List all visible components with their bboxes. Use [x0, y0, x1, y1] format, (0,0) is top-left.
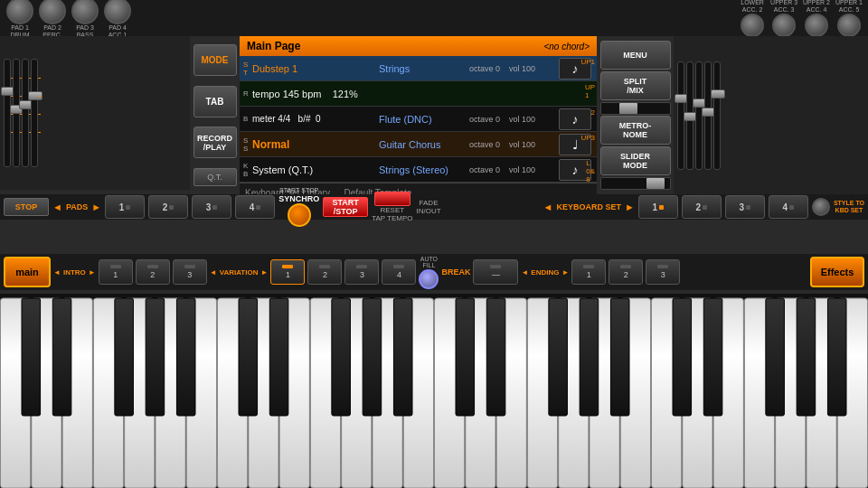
stop-button[interactable]: STOP	[4, 198, 49, 216]
tab-button[interactable]: TAB	[193, 86, 237, 117]
split-mix-thumb[interactable]	[619, 103, 637, 114]
black-key-2-1[interactable]	[486, 298, 505, 416]
black-key-1-4[interactable]	[363, 298, 382, 416]
split-mix-slider[interactable]	[600, 102, 671, 115]
upper1-acc5: UPPER 1ACC. 5	[835, 0, 863, 37]
pad-btn-2[interactable]: 2	[148, 195, 188, 219]
fader-3[interactable]	[22, 59, 29, 167]
lower-acc2-knob[interactable]	[741, 14, 764, 37]
pad2-item: PAD 2PERC.	[38, 0, 67, 39]
kbd-knob[interactable]	[812, 198, 830, 216]
display-header: Main Page <no chord>	[240, 36, 597, 56]
rfader-4[interactable]	[704, 61, 712, 170]
slider-mode-thumb[interactable]	[646, 178, 665, 189]
kbd-btn-4[interactable]: 4	[769, 195, 808, 219]
black-key-0-4[interactable]	[146, 298, 165, 416]
black-key-3-5[interactable]	[827, 298, 846, 416]
black-key-2-3[interactable]	[549, 298, 568, 416]
pad3-knob[interactable]	[71, 0, 99, 24]
auto-fill-label: AUTOFILL	[420, 256, 438, 268]
pad4-knob[interactable]	[104, 0, 131, 24]
pad-btn-3[interactable]: 3	[192, 195, 231, 219]
black-key-3-4[interactable]	[797, 298, 816, 416]
slider-mode-button[interactable]: SLIDERMODE	[600, 146, 671, 175]
intro-label: INTRO	[63, 268, 86, 277]
lower-acc2: LOWERACC. 2	[740, 0, 765, 37]
style-to-kbs-label: STYLE TOKBD SET	[834, 200, 864, 215]
display-row-system[interactable]: KB System (Q.T.) Strings (Stereo) octave…	[240, 157, 597, 183]
black-key-1-3[interactable]	[332, 298, 351, 416]
display-row-normal[interactable]: SS Normal Guitar Chorus octave 0 vol 100…	[240, 132, 597, 157]
pad-btn-1[interactable]: 1	[105, 195, 145, 219]
kbd-btn-2[interactable]: 2	[682, 195, 722, 219]
black-key-3-1[interactable]	[703, 298, 722, 416]
slider-mode-slider[interactable]	[600, 177, 671, 190]
pad1-knob[interactable]	[6, 0, 33, 24]
variation-btn-1[interactable]: 1	[270, 259, 305, 285]
kbd-led-4	[789, 205, 794, 210]
auto-fill-button[interactable]	[419, 269, 439, 289]
upper2-acc4-knob[interactable]	[805, 14, 828, 37]
ivbe-row: main ◄ INTRO ► 1 2 3 ◄ VARIATION ► 1 2 3…	[0, 254, 868, 290]
break-label: BREAK	[441, 267, 470, 277]
fader-4[interactable]	[31, 59, 38, 167]
variation-btn-4[interactable]: 4	[382, 259, 416, 285]
rfader-2[interactable]	[686, 61, 693, 170]
black-key-0-5[interactable]	[176, 298, 195, 416]
qt-button[interactable]: Q.T.	[193, 168, 237, 186]
black-key-2-0[interactable]	[456, 298, 475, 416]
ending-btn-2[interactable]: 2	[609, 259, 643, 285]
ending-label: ENDING	[531, 268, 559, 277]
kbd-led-3	[746, 205, 750, 210]
display-chord: <no chord>	[543, 42, 590, 52]
main-display: Main Page <no chord> ST Dubstep 1 String…	[240, 36, 597, 194]
upper3-acc3-knob[interactable]	[772, 14, 796, 37]
split-mix-button[interactable]: SPLIT/MIX	[600, 71, 671, 100]
variation-btn-3[interactable]: 3	[344, 259, 379, 285]
upper1-acc5-knob[interactable]	[837, 14, 861, 37]
synchro-label: SYNCHRO	[278, 194, 319, 203]
ending-btn-3[interactable]: 3	[646, 259, 680, 285]
black-key-0-1[interactable]	[52, 298, 71, 416]
metronome-button[interactable]: METRO-NOME	[600, 116, 671, 145]
kbd-btn-3[interactable]: 3	[725, 195, 765, 219]
mode-button[interactable]: MODE	[193, 44, 237, 76]
pad-led-4	[256, 205, 260, 210]
main-button[interactable]: main	[4, 257, 51, 287]
variation-btn-2[interactable]: 2	[307, 259, 342, 285]
intro-btn-3[interactable]: 3	[173, 259, 207, 285]
rfader-5-thumb[interactable]	[711, 89, 725, 99]
kbd-btn-1[interactable]: 1	[638, 195, 678, 219]
start-stop-button[interactable]: START/STOP	[323, 197, 368, 217]
display-row-1[interactable]: ST Dubstep 1 Strings octave 0 vol 100 ♪ …	[240, 56, 597, 81]
rfader-col-4	[704, 61, 712, 170]
break-button[interactable]: —	[473, 259, 518, 285]
black-key-0-0[interactable]	[22, 298, 41, 416]
pad-btn-4[interactable]: 4	[235, 195, 275, 219]
black-key-1-1[interactable]	[269, 298, 288, 416]
kbd-led-1	[659, 205, 664, 210]
black-key-2-4[interactable]	[580, 298, 599, 416]
black-key-1-5[interactable]	[393, 298, 412, 416]
pads-label: PADS	[66, 202, 88, 211]
synchro-circle[interactable]	[288, 203, 311, 227]
rfader-5[interactable]	[713, 61, 721, 170]
display-row-tempo[interactable]: R tempo 145 bpm 121% UP1	[240, 81, 597, 107]
black-key-2-5[interactable]	[610, 298, 629, 416]
variation-label: VARIATION	[220, 268, 259, 277]
fader-2[interactable]	[13, 59, 20, 167]
display-row-meter[interactable]: B meter 4/4 b/# 0 Flute (DNC) octave 0 v…	[240, 107, 597, 132]
mode-column: MODE TAB RECORD/PLAY Q.T.	[190, 36, 240, 194]
reset-indicator[interactable]	[374, 192, 410, 206]
black-key-0-3[interactable]	[115, 298, 134, 416]
menu-button[interactable]: MENU	[600, 41, 671, 70]
black-key-1-0[interactable]	[239, 298, 258, 416]
record-play-button[interactable]: RECORD/PLAY	[193, 127, 237, 158]
black-key-3-3[interactable]	[766, 298, 785, 416]
black-key-3-0[interactable]	[673, 298, 692, 416]
intro-btn-2[interactable]: 2	[136, 259, 170, 285]
effects-button[interactable]: Effects	[810, 257, 864, 287]
intro-btn-1[interactable]: 1	[99, 259, 133, 285]
pad2-knob[interactable]	[39, 0, 66, 24]
ending-btn-1[interactable]: 1	[571, 259, 606, 285]
